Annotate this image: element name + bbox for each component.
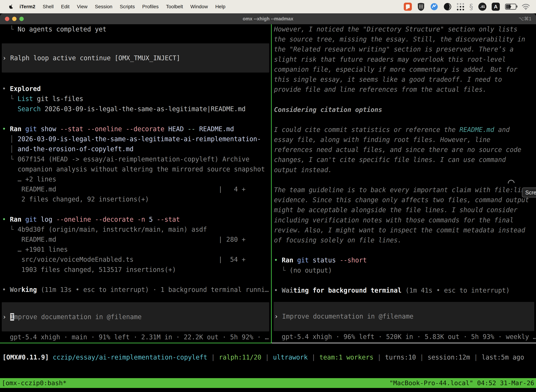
- blank-line: [0, 204, 271, 214]
- terminal: └ No agents completed yet› Ralph loop ac…: [0, 24, 536, 392]
- terminal-line: references need actual files, and since …: [272, 145, 536, 155]
- terminal-line: • Ran git status --short: [272, 255, 536, 265]
- menu-status-icons: §..61A: [404, 2, 536, 11]
- battery-charging-icon[interactable]: [505, 4, 516, 10]
- crescent-pie-icon[interactable]: [444, 3, 452, 11]
- terminal-line: I could cite commit statistics or refere…: [272, 125, 536, 135]
- terminal-line: gpt-5.4 xhigh · 96% left · 520K in · 5.8…: [272, 332, 536, 342]
- terminal-line: provide file and line references from th…: [272, 84, 536, 94]
- window-title: omx --xhigh --madmax: [0, 16, 536, 22]
- text-cursor: I: [10, 313, 14, 321]
- terminal-line: slight risk that future readers may over…: [272, 54, 536, 65]
- menu-item-session[interactable]: Session: [91, 4, 116, 9]
- menu-item-edit[interactable]: Edit: [57, 4, 73, 9]
- terminal-line: Search 2026-03-09-is-legal-the-same-as-l…: [0, 104, 271, 114]
- right-terminal-pane[interactable]: However, I noticed the "Directory Struct…: [272, 24, 536, 342]
- window-shortcut-badge: ⌥⌘1: [519, 16, 531, 22]
- spacer: [0, 34, 271, 43]
- terminal-line: 2 files changed, 92 insertions(+): [0, 194, 271, 204]
- tmux-session-label: [omx-cczip0:bash*: [2, 378, 67, 388]
- prompt-input[interactable]: › Improve documentation in @filename: [274, 302, 534, 331]
- terminal-line: └ 067f154 (HEAD -> essay/ai-reimplementa…: [0, 154, 271, 164]
- terminal-line: The team guideline is to back every impo…: [272, 185, 536, 195]
- prompt-chevron-icon: ›: [2, 313, 10, 321]
- spacer: [272, 295, 536, 302]
- terminal-line: README.md | 280 +: [0, 234, 271, 244]
- terminal-line: └ 4b9d30f (origin/main, instructkr/main,…: [0, 224, 271, 234]
- terminal-line: review. Also, I might want to inspect th…: [272, 225, 536, 235]
- wifi-icon[interactable]: [522, 4, 530, 10]
- blank-line: [272, 94, 536, 104]
- terminal-line: │ 2026-03-09-is-legal-the-same-as-legiti…: [0, 134, 271, 144]
- menu-item-app[interactable]: iTerm2: [16, 4, 39, 9]
- spacer: [0, 73, 271, 84]
- countdown-badge-icon[interactable]: ..61: [478, 3, 486, 11]
- menu-item-help[interactable]: Help: [211, 4, 229, 9]
- window-title-bar[interactable]: omx --xhigh --madmax ⌥⌘1: [0, 13, 536, 24]
- terminal-line: might be acceptable alongside the file l…: [272, 205, 536, 215]
- terminal-line: gpt-5.4 xhigh · main · 91% left · 2.31M …: [0, 332, 271, 342]
- terminal-line: changes, I can't cite specific file line…: [272, 155, 536, 165]
- tmux-host-clock-label: "MacBook-Pro-44.local" 04:52 31-Mar-26: [389, 378, 534, 388]
- terminal-line: … +2 lines: [0, 174, 271, 184]
- terminal-line: companion analysis without altering the …: [0, 164, 271, 174]
- active-pane-bottom-border: [0, 343, 272, 343]
- terminal-line: including verification notes with those …: [272, 215, 536, 225]
- letter-a-icon[interactable]: A: [492, 3, 500, 11]
- prompt-input[interactable]: › Improve documentation in @filename: [2, 302, 269, 331]
- prompt-input[interactable]: › Ralph loop active continue [OMX_TMUX_I…: [2, 43, 269, 73]
- menu-left: iTerm2 ShellEditViewSessionScriptsProfil…: [0, 4, 229, 9]
- terminal-line: └ List git ls-files: [0, 94, 271, 104]
- inactive-pane-bottom-border: [272, 343, 536, 343]
- terminal-line: • Ran git show --stat --oneline --decora…: [0, 124, 271, 134]
- menu-item-scripts[interactable]: Scripts: [116, 4, 139, 9]
- terminal-line: │ and-the-erosion-of-copyleft.md: [0, 144, 271, 154]
- terminal-line: the source tree, missing the essay. Stil…: [272, 34, 536, 44]
- dots-grid-icon[interactable]: [457, 3, 464, 10]
- terminal-line: However, I noticed the "Directory Struct…: [272, 24, 536, 34]
- terminal-line: • Ran git log --oneline --decorate -n 5 …: [0, 215, 271, 224]
- blank-line: [0, 275, 271, 285]
- menu-item-shell[interactable]: Shell: [39, 4, 57, 9]
- menu-bar: iTerm2 ShellEditViewSessionScriptsProfil…: [0, 0, 536, 13]
- blue-zigzag-badge-icon[interactable]: [430, 3, 438, 11]
- screen-share-tooltip: Scre: [522, 187, 536, 197]
- blank-line: [0, 114, 271, 124]
- menu-item-window[interactable]: Window: [187, 4, 212, 9]
- menu-item-view[interactable]: View: [73, 4, 91, 9]
- terminal-line: companion file, especially if more comme…: [272, 65, 536, 75]
- terminal-line: README.md | 4 +: [0, 184, 271, 194]
- menu-item-toolbelt[interactable]: Toolbelt: [162, 4, 187, 9]
- prompt-chevron-icon: ›: [2, 54, 10, 62]
- terminal-line: essay file, along with finding root file…: [272, 135, 536, 145]
- apple-menu-icon[interactable]: [7, 4, 16, 9]
- chat-bubble-icon[interactable]: [404, 3, 412, 11]
- spacer: [0, 295, 271, 302]
- blank-line: [272, 115, 536, 125]
- terminal-line: evidence. Since this change only affects…: [272, 195, 536, 205]
- prompt-chevron-icon: ›: [274, 313, 282, 320]
- terminal-line: └ No agents completed yet: [0, 24, 271, 34]
- terminal-line: • Waiting for background terminal (1m 41…: [272, 285, 536, 295]
- terminal-line: └ (no output): [272, 265, 536, 275]
- terminal-line: • Working (11m 13s • esc to interrupt) ·…: [0, 285, 271, 295]
- terminal-line: Considering citation options: [272, 105, 536, 115]
- menu-item-profiles[interactable]: Profiles: [139, 4, 162, 9]
- terminal-line: output instead.: [272, 165, 536, 175]
- terminal-line: this single essay, it seems like a good …: [272, 75, 536, 84]
- blank-line: [272, 275, 536, 285]
- terminal-line: src/voice/voiceModeEnabled.ts | 54 +: [0, 254, 271, 265]
- terminal-line: 1903 files changed, 513517 insertions(+): [0, 265, 271, 275]
- terminal-line: of focusing solely on file lines.: [272, 235, 536, 245]
- terminal-line: • Explored: [0, 84, 271, 94]
- pane-divider[interactable]: [271, 24, 272, 343]
- squiggle-icon[interactable]: §: [469, 2, 473, 11]
- blank-line: [272, 245, 536, 255]
- omx-status-bar: [OMX#0.11.9] cczip/essay/ai-reimplementa…: [0, 352, 536, 363]
- tmux-status-bar: [omx-cczip0:bash* "MacBook-Pro-44.local"…: [0, 378, 536, 388]
- terminal-line: the "Related research writing" section i…: [272, 44, 536, 54]
- shield-grid-icon[interactable]: [417, 2, 425, 11]
- terminal-line: … +1901 lines: [0, 244, 271, 254]
- blank-line: [272, 175, 536, 185]
- left-terminal-pane[interactable]: └ No agents completed yet› Ralph loop ac…: [0, 24, 271, 342]
